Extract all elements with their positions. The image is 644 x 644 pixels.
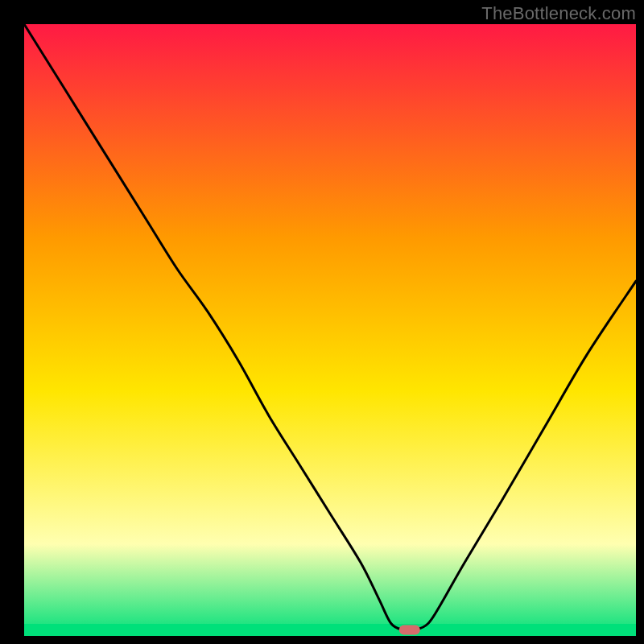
watermark-text: TheBottleneck.com xyxy=(481,3,636,24)
optimal-marker xyxy=(399,625,420,634)
green-band xyxy=(24,624,636,636)
chart-background xyxy=(24,24,636,636)
bottleneck-chart xyxy=(24,24,636,636)
